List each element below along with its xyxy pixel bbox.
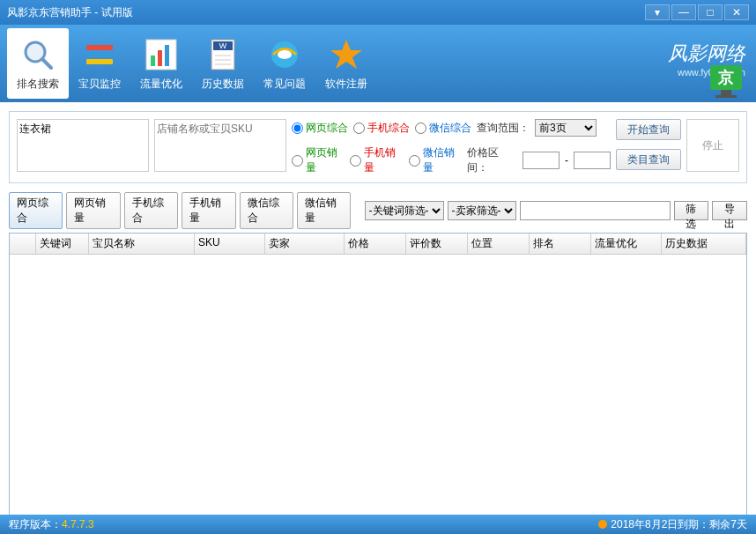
statusbar: 程序版本：4.7.7.3 2018年8月2日到期：剩余7天 bbox=[0, 515, 756, 534]
range-select[interactable]: 前3页 bbox=[535, 119, 597, 137]
col-position[interactable]: 位置 bbox=[468, 234, 530, 254]
range-label: 查询范围： bbox=[477, 121, 530, 136]
status-version: 程序版本：4.7.7.3 bbox=[9, 517, 598, 532]
svg-rect-7 bbox=[158, 50, 162, 66]
stop-button[interactable]: 停止 bbox=[686, 119, 739, 172]
svg-point-16 bbox=[278, 50, 292, 59]
window-controls: ▾ — □ ✕ bbox=[645, 4, 749, 20]
filter-text-input[interactable] bbox=[520, 201, 671, 220]
brand-logo-icon: 京 bbox=[708, 63, 744, 99]
price-max-input[interactable] bbox=[574, 152, 611, 169]
col-keyword[interactable]: 关键词 bbox=[36, 234, 89, 254]
svg-line-1 bbox=[42, 59, 51, 68]
window-title: 风影京东营销助手 - 试用版 bbox=[7, 5, 645, 20]
maximize-button[interactable]: □ bbox=[698, 4, 723, 20]
col-sku[interactable]: SKU bbox=[195, 234, 265, 254]
filter-button[interactable]: 筛选 bbox=[674, 201, 709, 220]
dash-label: - bbox=[565, 154, 568, 167]
svg-rect-3 bbox=[86, 52, 113, 57]
svg-text:京: 京 bbox=[717, 69, 734, 86]
svg-rect-20 bbox=[715, 95, 737, 98]
radio-wechat-sales[interactable]: 微信销量 bbox=[409, 145, 462, 175]
search-panel: 连衣裙 网页综合 手机综合 微信综合 查询范围： 前3页 网页销量 手机销量 微… bbox=[9, 111, 747, 183]
keyword-filter-select[interactable]: -关键词筛选- bbox=[365, 201, 444, 220]
books-icon bbox=[81, 36, 118, 73]
search-options: 网页综合 手机综合 微信综合 查询范围： 前3页 网页销量 手机销量 微信销量 … bbox=[292, 119, 611, 175]
col-item-name[interactable]: 宝贝名称 bbox=[89, 234, 195, 254]
radio-mobile-sales[interactable]: 手机销量 bbox=[350, 145, 403, 175]
price-min-input[interactable] bbox=[523, 152, 560, 169]
col-history[interactable]: 历史数据 bbox=[662, 234, 746, 254]
keyword-input[interactable]: 连衣裙 bbox=[17, 119, 149, 172]
svg-rect-4 bbox=[86, 59, 113, 64]
tool-rank-search[interactable]: 排名搜索 bbox=[7, 28, 69, 99]
col-seller[interactable]: 卖家 bbox=[265, 234, 345, 254]
tool-faq[interactable]: 常见问题 bbox=[254, 28, 315, 99]
radio-mobile-comprehensive[interactable]: 手机综合 bbox=[353, 121, 410, 136]
tab-mobile-sales[interactable]: 手机销量 bbox=[182, 192, 235, 229]
export-button[interactable]: 导出 bbox=[712, 201, 747, 220]
result-grid[interactable]: 关键词 宝贝名称 SKU 卖家 价格 评价数 位置 排名 流量优化 历史数据 bbox=[9, 233, 747, 534]
document-icon: W bbox=[204, 36, 241, 73]
svg-text:W: W bbox=[219, 41, 227, 50]
tab-web-comprehensive[interactable]: 网页综合 bbox=[9, 192, 63, 229]
tab-wechat-sales[interactable]: 微信销量 bbox=[297, 192, 351, 229]
svg-rect-6 bbox=[151, 56, 155, 66]
start-query-button[interactable]: 开始查询 bbox=[616, 119, 681, 140]
price-label: 价格区间： bbox=[467, 145, 517, 175]
radio-wechat-comprehensive[interactable]: 微信综合 bbox=[415, 121, 471, 136]
category-query-button[interactable]: 类目查询 bbox=[616, 149, 681, 170]
chart-icon bbox=[143, 36, 180, 73]
tool-item-monitor[interactable]: 宝贝监控 bbox=[69, 28, 130, 99]
svg-rect-8 bbox=[165, 45, 169, 66]
tool-traffic-opt[interactable]: 流量优化 bbox=[130, 28, 192, 99]
radio-row-1: 网页综合 手机综合 微信综合 查询范围： 前3页 bbox=[292, 119, 611, 137]
result-tabs-row: 网页综合 网页销量 手机综合 手机销量 微信综合 微信销量 -关键词筛选- -卖… bbox=[9, 192, 747, 229]
col-reviews[interactable]: 评价数 bbox=[406, 234, 468, 254]
warning-icon bbox=[598, 520, 607, 529]
radio-web-comprehensive[interactable]: 网页综合 bbox=[292, 121, 348, 136]
svg-rect-2 bbox=[86, 45, 113, 50]
status-expiry: 2018年8月2日到期：剩余7天 bbox=[598, 517, 747, 532]
col-price[interactable]: 价格 bbox=[345, 234, 406, 254]
col-rank[interactable]: 排名 bbox=[530, 234, 591, 254]
tab-web-sales[interactable]: 网页销量 bbox=[66, 192, 120, 229]
seller-filter-select[interactable]: -卖家筛选- bbox=[448, 201, 516, 220]
svg-rect-19 bbox=[721, 90, 731, 95]
magnifier-icon bbox=[19, 36, 56, 73]
titlebar: 风影京东营销助手 - 试用版 ▾ — □ ✕ bbox=[0, 0, 756, 25]
ie-icon bbox=[266, 36, 303, 73]
tab-wechat-comprehensive[interactable]: 微信综合 bbox=[240, 192, 293, 229]
close-button[interactable]: ✕ bbox=[724, 4, 749, 20]
main-toolbar: 排名搜索 宝贝监控 流量优化 W 历史数据 常见问题 软件注册 风影网络 www… bbox=[0, 25, 756, 102]
search-buttons: 开始查询 类目查询 bbox=[616, 119, 681, 170]
radio-row-2: 网页销量 手机销量 微信销量 价格区间： - bbox=[292, 145, 611, 175]
col-checkbox[interactable] bbox=[10, 234, 36, 254]
col-traffic-opt[interactable]: 流量优化 bbox=[591, 234, 662, 254]
tool-register[interactable]: 软件注册 bbox=[315, 28, 377, 99]
star-icon bbox=[328, 36, 365, 73]
tab-mobile-comprehensive[interactable]: 手机综合 bbox=[124, 192, 178, 229]
shop-sku-input[interactable] bbox=[154, 119, 286, 172]
dropdown-button[interactable]: ▾ bbox=[645, 4, 670, 20]
radio-web-sales[interactable]: 网页销量 bbox=[292, 145, 345, 175]
grid-header: 关键词 宝贝名称 SKU 卖家 价格 评价数 位置 排名 流量优化 历史数据 bbox=[10, 234, 746, 255]
minimize-button[interactable]: — bbox=[671, 4, 696, 20]
tool-history-data[interactable]: W 历史数据 bbox=[192, 28, 254, 99]
